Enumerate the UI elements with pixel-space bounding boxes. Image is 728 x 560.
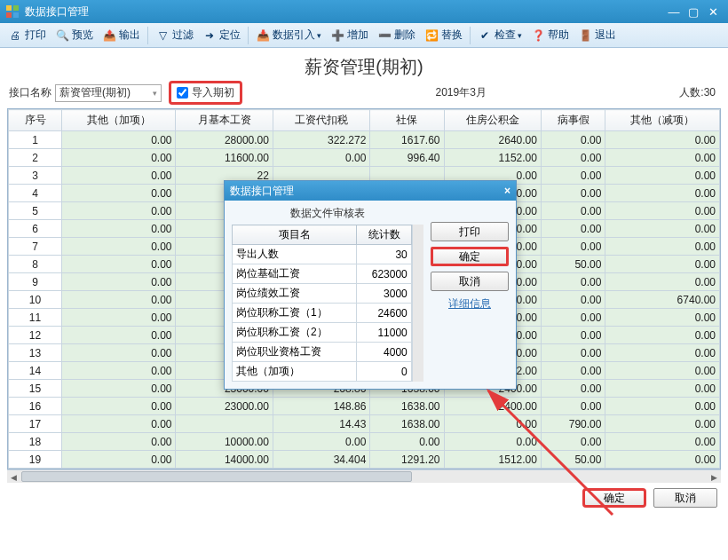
cell[interactable]: 0.00	[541, 238, 605, 256]
col-header[interactable]: 病事假	[541, 110, 605, 131]
maximize-button[interactable]: ▢	[684, 4, 703, 20]
cell[interactable]: 0.00	[541, 273, 605, 291]
col-header[interactable]: 月基本工资	[176, 110, 273, 131]
cell[interactable]: 322.272	[273, 131, 369, 149]
dialog-detail-link[interactable]: 详细信息	[431, 296, 509, 312]
cell[interactable]: 0.00	[62, 202, 176, 220]
cell[interactable]: 34.404	[273, 451, 369, 469]
cell[interactable]: 11600.00	[176, 149, 273, 167]
import-initial-input[interactable]	[177, 87, 188, 99]
cell[interactable]	[176, 415, 273, 433]
cell[interactable]: 1638.00	[370, 398, 444, 415]
cell[interactable]: 19	[9, 451, 62, 469]
cell[interactable]: 0.00	[62, 149, 176, 167]
scroll-right-button[interactable]: ▶	[708, 470, 721, 484]
cell[interactable]: 0.00	[605, 256, 720, 273]
cell[interactable]: 0.00	[541, 344, 605, 362]
cell[interactable]: 14.43	[273, 415, 369, 433]
cell[interactable]: 14000.00	[176, 451, 273, 469]
cell[interactable]: 14	[9, 362, 62, 380]
cell[interactable]: 2	[9, 149, 62, 167]
cell[interactable]: 0.00	[62, 433, 176, 451]
table-row[interactable]: 190.0014000.0034.4041291.201512.0050.000…	[9, 451, 720, 469]
cell[interactable]: 0.00	[62, 273, 176, 291]
cell[interactable]: 10	[9, 291, 62, 309]
cell[interactable]: 0.00	[605, 220, 720, 238]
cell[interactable]: 0.00	[62, 380, 176, 398]
cell[interactable]: 4	[9, 185, 62, 202]
cell[interactable]: 0.00	[541, 362, 605, 380]
cell[interactable]: 0.00	[444, 433, 541, 451]
cell[interactable]: 11	[9, 309, 62, 327]
interface-select[interactable]: 薪资管理(期初) ▾	[55, 84, 162, 102]
cell[interactable]: 10000.00	[176, 433, 273, 451]
cell[interactable]: 0.00	[541, 327, 605, 344]
cell[interactable]: 9	[9, 273, 62, 291]
table-row[interactable]: 20.0011600.000.00996.401152.000.000.00	[9, 149, 720, 167]
cell[interactable]: 0.00	[605, 327, 720, 344]
cell[interactable]: 0.00	[605, 273, 720, 291]
cell[interactable]: 0.00	[605, 238, 720, 256]
cell[interactable]: 1	[9, 131, 62, 149]
check-button[interactable]: ✔检查▾	[473, 25, 526, 46]
cell[interactable]: 12	[9, 327, 62, 344]
dialog-close-button[interactable]: ×	[504, 185, 510, 197]
cell[interactable]: 0.00	[444, 415, 541, 433]
cell[interactable]: 0.00	[370, 433, 444, 451]
cell[interactable]: 0.00	[62, 167, 176, 185]
cell[interactable]: 0.00	[62, 451, 176, 469]
cell[interactable]: 0.00	[605, 131, 720, 149]
dialog-scrollbar[interactable]	[412, 225, 423, 382]
cell[interactable]: 6740.00	[605, 291, 720, 309]
cell[interactable]: 5	[9, 202, 62, 220]
cell[interactable]: 0.00	[605, 433, 720, 451]
cell[interactable]: 0.00	[605, 185, 720, 202]
cell[interactable]: 0.00	[541, 309, 605, 327]
cell[interactable]: 0.00	[541, 149, 605, 167]
footer-ok-button[interactable]: 确定	[582, 488, 646, 508]
cell[interactable]: 0.00	[605, 309, 720, 327]
replace-button[interactable]: 🔁替换	[420, 25, 467, 46]
cell[interactable]: 3	[9, 167, 62, 185]
cell[interactable]: 148.86	[273, 398, 369, 415]
cell[interactable]: 2400.00	[444, 398, 541, 415]
cell[interactable]: 0.00	[605, 451, 720, 469]
cell[interactable]: 17	[9, 415, 62, 433]
cell[interactable]: 0.00	[62, 309, 176, 327]
cell[interactable]: 0.00	[605, 167, 720, 185]
cell[interactable]: 0.00	[605, 202, 720, 220]
minimize-button[interactable]: —	[664, 4, 684, 20]
cell[interactable]: 50.00	[541, 256, 605, 273]
cell[interactable]: 0.00	[62, 256, 176, 273]
cell[interactable]: 50.00	[541, 451, 605, 469]
cell[interactable]: 0.00	[605, 149, 720, 167]
table-row[interactable]: 160.0023000.00148.861638.002400.000.000.…	[9, 398, 720, 415]
preview-button[interactable]: 🔍预览	[51, 25, 98, 46]
cell[interactable]: 0.00	[62, 362, 176, 380]
cell[interactable]: 0.00	[273, 149, 369, 167]
horizontal-scrollbar[interactable]: ◀ ▶	[7, 469, 721, 483]
cell[interactable]: 790.00	[541, 415, 605, 433]
cell[interactable]: 18	[9, 433, 62, 451]
cell[interactable]: 0.00	[62, 327, 176, 344]
cell[interactable]: 0.00	[62, 220, 176, 238]
col-header[interactable]: 工资代扣税	[273, 110, 369, 131]
col-header[interactable]: 社保	[370, 110, 444, 131]
dialog-ok-button[interactable]: 确定	[431, 247, 509, 266]
cell[interactable]: 0.00	[541, 398, 605, 415]
cell[interactable]: 0.00	[62, 185, 176, 202]
exit-button[interactable]: 🚪退出	[574, 25, 621, 46]
scroll-thumb[interactable]	[21, 471, 412, 482]
cell[interactable]: 0.00	[62, 131, 176, 149]
dialog-cancel-button[interactable]: 取消	[431, 272, 509, 291]
cell[interactable]: 8	[9, 256, 62, 273]
cell[interactable]: 0.00	[541, 220, 605, 238]
col-header[interactable]: 其他（减项）	[605, 110, 720, 131]
import-button[interactable]: 📥数据引入▾	[251, 25, 326, 46]
cell[interactable]: 0.00	[62, 344, 176, 362]
cell[interactable]: 13	[9, 344, 62, 362]
cell[interactable]: 0.00	[62, 415, 176, 433]
cell[interactable]: 1617.60	[370, 131, 444, 149]
cell[interactable]: 0.00	[541, 167, 605, 185]
table-row[interactable]: 170.0014.431638.000.00790.000.00	[9, 415, 720, 433]
